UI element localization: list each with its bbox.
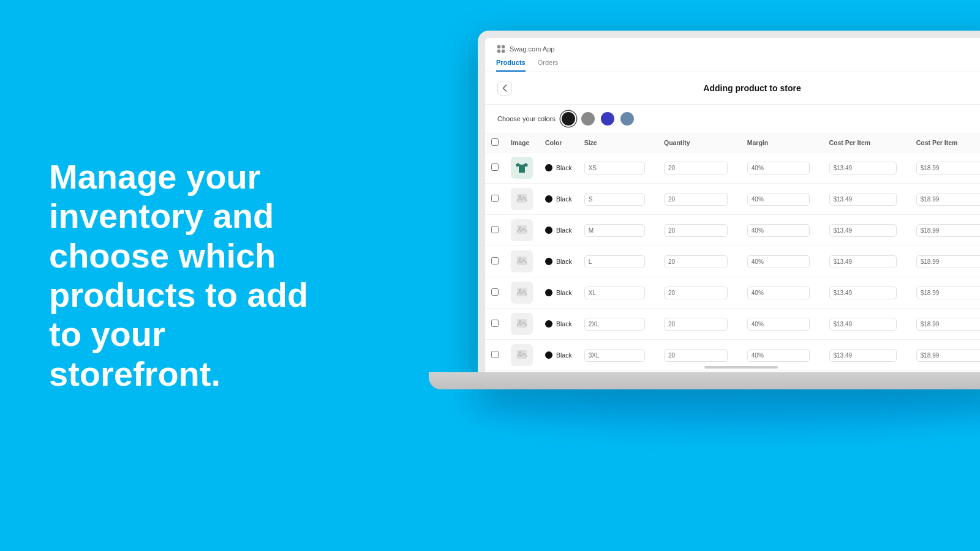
- color-name: Black: [556, 227, 572, 234]
- row-6-checkbox[interactable]: [491, 351, 499, 358]
- table-row: Black: [485, 309, 980, 340]
- row-image-cell: [505, 215, 539, 246]
- color-chooser-label: Choose your colors: [497, 115, 556, 122]
- row-0-cost2-input[interactable]: [916, 162, 980, 174]
- row-0-qty-input[interactable]: [664, 162, 728, 174]
- row-2-checkbox[interactable]: [491, 226, 499, 233]
- table-row: Black: [485, 246, 980, 277]
- product-placeholder: [511, 188, 533, 210]
- row-qty-cell: [658, 152, 741, 184]
- row-color-cell: Black: [539, 340, 578, 371]
- product-placeholder: [511, 344, 533, 366]
- row-6-cost-input[interactable]: [829, 349, 897, 362]
- row-checkbox-cell: [485, 277, 505, 309]
- row-1-cost2-input[interactable]: [916, 193, 980, 206]
- col-quantity: Quantity: [658, 133, 741, 152]
- row-0-margin-input[interactable]: [747, 162, 810, 174]
- col-checkbox: [485, 133, 505, 152]
- back-button[interactable]: [497, 81, 512, 96]
- row-6-qty-input[interactable]: [664, 349, 728, 362]
- row-4-checkbox[interactable]: [491, 288, 499, 296]
- color-name: Black: [556, 289, 572, 296]
- row-6-margin-input[interactable]: [747, 349, 810, 362]
- app-brand: Swag.com App: [496, 44, 980, 54]
- row-3-checkbox[interactable]: [491, 257, 499, 264]
- row-cost-cell: [823, 152, 910, 184]
- row-3-cost2-input[interactable]: [916, 255, 980, 268]
- row-1-qty-input[interactable]: [664, 193, 728, 206]
- row-1-size-input[interactable]: [584, 193, 645, 206]
- row-size-cell: [578, 340, 658, 371]
- svg-point-7: [519, 227, 521, 229]
- row-3-size-input[interactable]: [584, 255, 645, 268]
- row-3-cost-input[interactable]: [829, 255, 897, 268]
- row-5-qty-input[interactable]: [664, 318, 728, 331]
- scroll-indicator: [704, 366, 778, 369]
- page-title: Adding product to store: [519, 83, 980, 93]
- product-table-container: Image Color Size Quantity Margin Cost Pe…: [485, 133, 980, 373]
- color-cell: Black: [545, 258, 572, 265]
- row-margin-cell: [741, 246, 823, 277]
- row-0-checkbox[interactable]: [491, 163, 499, 171]
- tab-orders[interactable]: Orders: [538, 59, 559, 72]
- table-row: Black: [485, 152, 980, 184]
- row-color-cell: Black: [539, 309, 578, 340]
- row-checkbox-cell: [485, 215, 505, 246]
- row-4-size-input[interactable]: [584, 287, 645, 299]
- row-color-cell: Black: [539, 215, 578, 246]
- svg-point-9: [519, 258, 521, 260]
- color-dot: [545, 289, 552, 296]
- row-5-cost2-input[interactable]: [916, 318, 980, 331]
- color-cell: Black: [545, 351, 572, 359]
- row-size-cell: [578, 215, 658, 246]
- row-1-cost-input[interactable]: [829, 193, 897, 206]
- page-header: Adding product to store: [485, 72, 980, 105]
- row-4-margin-input[interactable]: [747, 287, 810, 299]
- row-size-cell: [578, 277, 658, 309]
- row-1-margin-input[interactable]: [747, 193, 810, 206]
- row-cost-cell: [823, 184, 910, 215]
- row-0-size-input[interactable]: [584, 162, 645, 174]
- row-cost2-cell: [910, 340, 980, 371]
- row-4-cost-input[interactable]: [829, 287, 897, 299]
- row-5-size-input[interactable]: [584, 318, 645, 331]
- row-1-checkbox[interactable]: [491, 195, 499, 202]
- color-dot: [545, 195, 552, 203]
- tab-products[interactable]: Products: [496, 59, 526, 72]
- row-3-margin-input[interactable]: [747, 255, 810, 268]
- row-0-cost-input[interactable]: [829, 162, 897, 174]
- row-2-cost2-input[interactable]: [916, 224, 980, 237]
- row-3-qty-input[interactable]: [664, 255, 728, 268]
- color-swatch-steel[interactable]: [620, 112, 634, 126]
- row-qty-cell: [658, 277, 741, 309]
- color-name: Black: [556, 351, 572, 359]
- row-5-margin-input[interactable]: [747, 318, 810, 331]
- col-margin: Margin: [741, 133, 823, 152]
- color-cell: Black: [545, 195, 572, 203]
- row-2-cost-input[interactable]: [829, 224, 897, 237]
- color-name: Black: [556, 164, 572, 171]
- svg-rect-0: [497, 45, 500, 48]
- row-5-checkbox[interactable]: [491, 320, 499, 327]
- row-2-qty-input[interactable]: [664, 224, 728, 237]
- select-all-checkbox[interactable]: [491, 138, 499, 146]
- row-4-qty-input[interactable]: [664, 287, 728, 299]
- color-swatch-gray[interactable]: [581, 112, 595, 126]
- color-dot: [545, 258, 552, 265]
- row-2-margin-input[interactable]: [747, 224, 810, 237]
- row-6-size-input[interactable]: [584, 349, 645, 362]
- row-4-cost2-input[interactable]: [916, 287, 980, 299]
- product-placeholder: [511, 282, 533, 304]
- row-5-cost-input[interactable]: [829, 318, 897, 331]
- row-size-cell: [578, 246, 658, 277]
- col-image: Image: [505, 133, 539, 152]
- row-2-size-input[interactable]: [584, 224, 645, 237]
- row-cost2-cell: [910, 184, 980, 215]
- product-placeholder: [511, 313, 533, 335]
- color-swatch-black[interactable]: [562, 112, 575, 126]
- color-swatch-blue[interactable]: [601, 112, 614, 126]
- row-6-cost2-input[interactable]: [916, 349, 980, 362]
- row-image-cell: [505, 340, 539, 371]
- svg-point-15: [519, 351, 521, 354]
- row-cost2-cell: [910, 152, 980, 184]
